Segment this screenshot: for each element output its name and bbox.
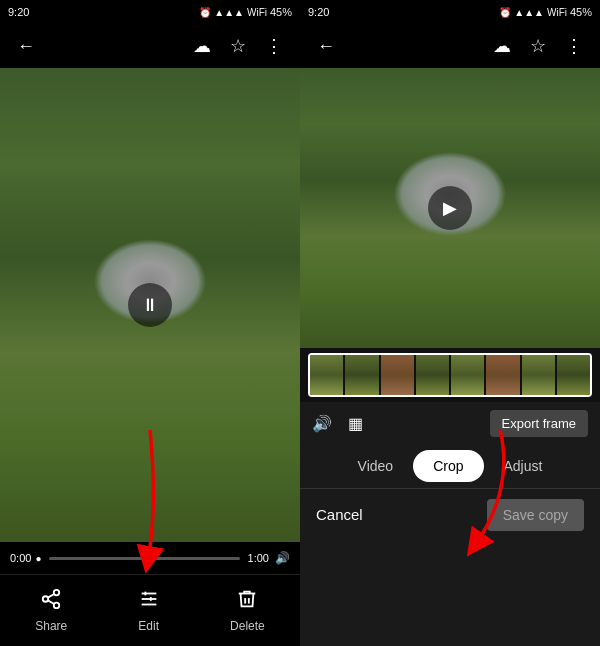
upload-button-right[interactable]: ☁ <box>488 32 516 60</box>
alarm-icon: ⏰ <box>199 7 211 18</box>
delete-icon <box>236 588 258 615</box>
export-bar: 🔊 ▦ Export frame <box>300 402 600 444</box>
back-button-left[interactable]: ← <box>12 32 40 60</box>
edit-button[interactable]: Edit <box>138 588 160 633</box>
video-controls-left: 0:00 ● 1:00 🔊 <box>0 542 300 574</box>
frame-7 <box>522 355 555 395</box>
tab-video[interactable]: Video <box>338 450 414 482</box>
export-bar-icons: 🔊 ▦ <box>312 414 363 433</box>
mute-icon[interactable]: 🔊 <box>312 414 332 433</box>
time-right-display: 9:20 <box>308 6 329 18</box>
current-time-left: 0:00 <box>10 552 31 564</box>
right-panel: 9:20 ⏰ ▲▲▲ WiFi 45% ← ☁ ☆ ⋮ <box>300 0 600 646</box>
svg-point-0 <box>54 590 60 596</box>
video-area-left[interactable]: ⏸ <box>0 68 300 542</box>
status-bar-right: 9:20 ⏰ ▲▲▲ WiFi 45% <box>300 0 600 24</box>
time-left: 9:20 <box>8 6 29 18</box>
upload-button-left[interactable]: ☁ <box>188 32 216 60</box>
edit-icon <box>138 588 160 615</box>
edit-label: Edit <box>138 619 159 633</box>
star-button-left[interactable]: ☆ <box>224 32 252 60</box>
total-time-left: 1:00 <box>248 552 269 564</box>
share-icon <box>40 588 62 615</box>
top-toolbar-left: ← ☁ ☆ ⋮ <box>0 24 300 68</box>
export-frame-button[interactable]: Export frame <box>490 410 588 437</box>
cancel-button[interactable]: Cancel <box>316 506 363 523</box>
play-button-right[interactable]: ▶ <box>428 186 472 230</box>
status-icons-left: ⏰ ▲▲▲ WiFi 45% <box>199 6 292 18</box>
frame-3 <box>381 355 414 395</box>
back-button-right[interactable]: ← <box>312 32 340 60</box>
star-button-right[interactable]: ☆ <box>524 32 552 60</box>
video-area-right[interactable]: ▶ <box>300 68 600 348</box>
pause-button-left[interactable]: ⏸ <box>128 283 172 327</box>
more-button-left[interactable]: ⋮ <box>260 32 288 60</box>
share-label: Share <box>35 619 67 633</box>
volume-icon-left: 🔊 <box>275 551 290 565</box>
signal-icon: ▲▲▲ <box>214 7 244 18</box>
frame-5 <box>451 355 484 395</box>
timeline-strip[interactable] <box>300 348 600 402</box>
svg-point-1 <box>43 596 49 602</box>
status-icons-right: ⏰ ▲▲▲ WiFi 45% <box>499 6 592 18</box>
time-display-left: 0:00 ● <box>10 552 41 564</box>
svg-line-3 <box>48 600 54 604</box>
svg-line-4 <box>48 594 54 598</box>
more-button-right[interactable]: ⋮ <box>560 32 588 60</box>
delete-label: Delete <box>230 619 265 633</box>
svg-point-2 <box>54 603 60 609</box>
status-time-right: 9:20 <box>308 6 329 18</box>
alarm-icon-right: ⏰ <box>499 7 511 18</box>
toolbar-right-left: ☁ ☆ ⋮ <box>188 32 288 60</box>
frame-1 <box>310 355 343 395</box>
timeline-frames <box>308 353 592 397</box>
tab-bar: Video Crop Adjust <box>300 444 600 488</box>
dot-indicator-left: ● <box>35 553 41 564</box>
battery-right: 45% <box>570 6 592 18</box>
status-time-left: 9:20 <box>8 6 29 18</box>
tab-crop[interactable]: Crop <box>413 450 483 482</box>
frame-8 <box>557 355 590 395</box>
play-icon-right: ▶ <box>443 197 457 219</box>
duration-right-left: 1:00 🔊 <box>248 551 290 565</box>
battery-left: 45% <box>270 6 292 18</box>
signal-icon-right: ▲▲▲ <box>514 7 544 18</box>
wifi-icon: WiFi <box>247 7 267 18</box>
share-button[interactable]: Share <box>35 588 67 633</box>
top-toolbar-right: ← ☁ ☆ ⋮ <box>300 24 600 68</box>
progress-bar-left[interactable] <box>49 557 239 560</box>
tab-adjust[interactable]: Adjust <box>484 450 563 482</box>
bottom-bar-right: Cancel Save copy <box>300 488 600 540</box>
frame-6 <box>486 355 519 395</box>
delete-button[interactable]: Delete <box>230 588 265 633</box>
wifi-icon-right: WiFi <box>547 7 567 18</box>
frame-2 <box>345 355 378 395</box>
frame-4 <box>416 355 449 395</box>
left-panel: 9:20 ⏰ ▲▲▲ WiFi 45% ← ☁ ☆ ⋮ <box>0 0 300 646</box>
pause-icon-left: ⏸ <box>141 295 159 316</box>
bottom-action-bar-left: Share Edit <box>0 574 300 646</box>
status-bar-left: 9:20 ⏰ ▲▲▲ WiFi 45% <box>0 0 300 24</box>
grid-icon[interactable]: ▦ <box>348 414 363 433</box>
save-copy-button[interactable]: Save copy <box>487 499 584 531</box>
